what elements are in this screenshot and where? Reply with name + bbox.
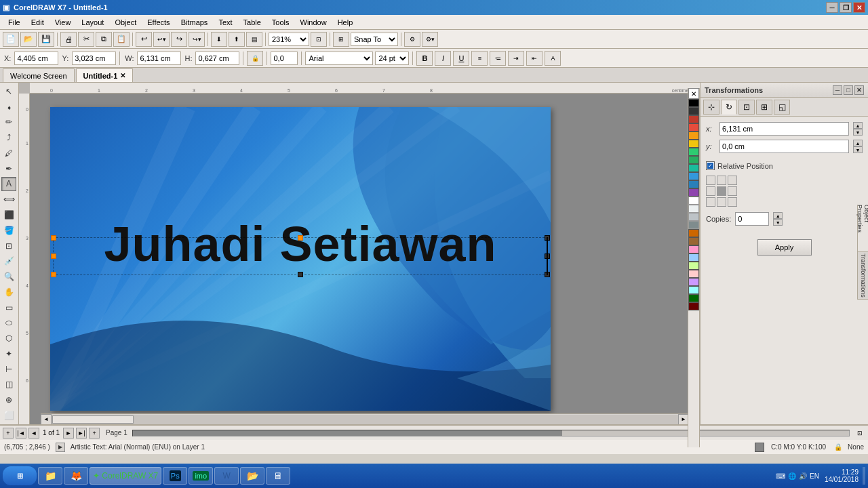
menu-layout[interactable]: Layout xyxy=(76,17,109,28)
panel-maximize-button[interactable]: □ xyxy=(844,85,853,95)
menu-window[interactable]: Window xyxy=(295,17,332,28)
taskbar-word[interactable]: W xyxy=(214,467,239,485)
horizontal-scrollbar[interactable]: ◄ ► xyxy=(41,413,689,424)
new-button[interactable]: 📄 xyxy=(3,32,19,47)
import-button[interactable]: ⬇ xyxy=(211,32,227,47)
color-lightblue[interactable] xyxy=(688,253,699,262)
tab-document[interactable]: Untitled-1 ✕ xyxy=(76,68,134,82)
y-spin-up[interactable]: ▲ xyxy=(853,140,863,146)
y-coord-input[interactable] xyxy=(719,140,849,153)
anchor-tm[interactable] xyxy=(717,176,726,185)
paste-button[interactable]: 📋 xyxy=(113,32,130,47)
redo-more-button[interactable]: ↪▾ xyxy=(189,32,205,47)
taskbar-photoshop[interactable]: Ps xyxy=(163,467,187,485)
menu-help[interactable]: Help xyxy=(332,17,359,28)
page-first-button[interactable]: |◄ xyxy=(16,428,26,439)
y-position-input[interactable] xyxy=(72,52,116,65)
page-prev-button[interactable]: ◄ xyxy=(28,428,39,439)
menu-file[interactable]: File xyxy=(3,17,26,28)
canvas-area[interactable]: 0 1 2 3 4 5 6 7 8 centimeters 0 1 2 3 4 … xyxy=(19,83,700,424)
snap-to-button[interactable]: ⊞ xyxy=(333,32,349,47)
x-spin-up[interactable]: ▲ xyxy=(853,122,863,129)
restore-button[interactable]: ❐ xyxy=(840,2,852,13)
page-scrollbar[interactable] xyxy=(132,430,850,436)
color-green[interactable] xyxy=(688,148,699,156)
color-yellow[interactable] xyxy=(688,140,699,148)
bullet-button[interactable]: ≔ xyxy=(490,51,506,66)
page-next-button[interactable]: ► xyxy=(63,428,74,439)
ellipse-tool[interactable]: ⬭ xyxy=(1,315,16,330)
font-name-select[interactable]: Arial xyxy=(305,52,373,65)
apply-button[interactable]: Apply xyxy=(757,239,812,256)
menu-object[interactable]: Object xyxy=(109,17,142,28)
menu-bitmaps[interactable]: Bitmaps xyxy=(176,17,214,28)
select-tool[interactable]: ↖ xyxy=(1,84,16,99)
menu-edit[interactable]: Edit xyxy=(26,17,50,28)
indent-button[interactable]: ⇥ xyxy=(508,51,524,66)
color-cyan[interactable] xyxy=(688,286,699,294)
start-button[interactable]: ⊞ xyxy=(3,466,37,485)
node-tool[interactable]: ⬧ xyxy=(1,100,16,115)
fill-tool[interactable]: 🪣 xyxy=(1,223,16,238)
cut-button[interactable]: ✂ xyxy=(78,32,94,47)
panel-minimize-button[interactable]: ─ xyxy=(833,85,842,95)
export-button[interactable]: ⬆ xyxy=(229,32,245,47)
outdent-button[interactable]: ⇤ xyxy=(526,51,542,66)
color-white[interactable] xyxy=(688,197,699,205)
color-forest[interactable] xyxy=(688,294,699,302)
hand-tool[interactable]: ✋ xyxy=(1,285,16,300)
relative-position-checkbox[interactable]: ✓ xyxy=(706,161,715,170)
font-size-select[interactable]: 24 pt xyxy=(375,52,409,65)
color-blue[interactable] xyxy=(688,172,699,180)
page-last-button[interactable]: ►| xyxy=(76,428,87,439)
polygon-tool[interactable]: ⬡ xyxy=(1,331,16,346)
color-brown[interactable] xyxy=(688,229,699,237)
x-spin-down[interactable]: ▼ xyxy=(853,129,863,136)
parallel-tool[interactable]: ⟺ xyxy=(1,192,16,207)
color-lightgray[interactable] xyxy=(688,205,699,213)
options-more-button[interactable]: ⚙▾ xyxy=(422,32,438,47)
anchor-bm[interactable] xyxy=(717,197,726,207)
copies-spin-up[interactable]: ▲ xyxy=(773,212,783,219)
taskbar-imo[interactable]: imo xyxy=(189,467,213,485)
color-red[interactable] xyxy=(688,115,699,123)
anchor-br[interactable] xyxy=(728,197,737,207)
zoom-tool[interactable]: 🔍 xyxy=(1,269,16,284)
calligraphy-tool[interactable]: ✒ xyxy=(1,161,16,176)
taskbar-explorer[interactable]: 📁 xyxy=(38,467,62,485)
italic-button[interactable]: I xyxy=(435,51,451,66)
color-darkblue[interactable] xyxy=(688,180,699,188)
scroll-track-h[interactable] xyxy=(52,415,678,424)
open-button[interactable]: 📂 xyxy=(20,32,37,47)
options-button[interactable]: ⚙ xyxy=(404,32,420,47)
add-page-end-button[interactable]: + xyxy=(89,428,100,439)
height-input[interactable] xyxy=(195,52,239,65)
color-maroon[interactable] xyxy=(688,302,699,310)
print-button[interactable]: 🖨 xyxy=(60,32,77,47)
copies-input[interactable] xyxy=(735,212,769,226)
scroll-thumb-h[interactable] xyxy=(52,415,134,424)
color-dark[interactable] xyxy=(688,107,699,115)
anchor-tr[interactable] xyxy=(728,176,737,185)
bold-button[interactable]: B xyxy=(416,51,433,66)
panel-tab-skew[interactable]: ◱ xyxy=(774,100,790,115)
anchor-tl[interactable] xyxy=(706,176,715,185)
canvas-viewport[interactable]: Juhadi Setiawan xyxy=(30,94,700,424)
anchor-ml[interactable] xyxy=(706,186,715,196)
color-gray[interactable] xyxy=(688,213,699,221)
color-teal[interactable] xyxy=(688,164,699,172)
color-lightred[interactable] xyxy=(688,123,699,131)
undo-more-button[interactable]: ↩▾ xyxy=(153,32,170,47)
taskbar-firefox[interactable]: 🦊 xyxy=(64,467,88,485)
freehand-tool[interactable]: ✏ xyxy=(1,115,16,130)
copies-spin-down[interactable]: ▼ xyxy=(773,219,783,226)
dock-tab-transformations[interactable]: Transformations xyxy=(858,252,868,300)
x-coord-input[interactable] xyxy=(719,122,849,136)
color-black[interactable] xyxy=(688,99,699,107)
panel-tab-rotate[interactable]: ↻ xyxy=(721,100,737,115)
cursor-info-button[interactable]: ▶ xyxy=(56,443,65,452)
color-lavender[interactable] xyxy=(688,278,699,286)
scroll-left-button[interactable]: ◄ xyxy=(41,414,52,425)
panel-tab-size[interactable]: ⊞ xyxy=(756,100,772,115)
taskbar-folder[interactable]: 📂 xyxy=(240,467,264,485)
